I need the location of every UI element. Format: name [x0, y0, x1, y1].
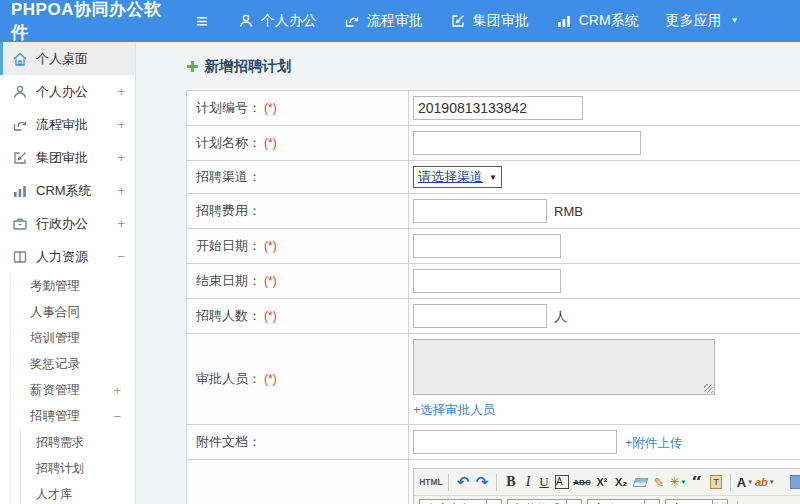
start-date-input[interactable]: [413, 234, 561, 258]
sidebar-item-hr[interactable]: 人力资源 −: [0, 240, 135, 273]
menu-toggle-icon[interactable]: ≡: [196, 11, 208, 31]
highlight-color-button[interactable]: ab▼: [755, 471, 775, 493]
plan-number-input[interactable]: [413, 96, 583, 120]
superscript-button[interactable]: X²: [593, 471, 611, 493]
sidebar-item-group-approval[interactable]: 集团审批 +: [0, 141, 135, 174]
boxed-a-icon: A: [555, 475, 569, 489]
chart-icon: [12, 183, 28, 199]
edit-icon: [12, 150, 28, 166]
paragraph-select-value: 段落格式: [508, 500, 566, 504]
nav-crm-system[interactable]: CRM系统: [556, 12, 639, 30]
table-row: 审批人员：(*) +选择审批人员: [187, 334, 800, 425]
plan-name-input[interactable]: [413, 131, 641, 155]
nav-personal-office[interactable]: 个人办公: [238, 12, 317, 30]
nav-more-apps[interactable]: 更多应用 ▼: [666, 12, 739, 30]
add-icon: ✚: [186, 59, 199, 74]
headcount-input[interactable]: [413, 304, 547, 328]
editor-toolbar-row2: 自定义标题 ▼ 段落格式 ▼ 字体 ▼: [414, 496, 800, 504]
submenu-item-training[interactable]: 培训管理: [11, 325, 135, 351]
end-date-input[interactable]: [413, 269, 561, 293]
sidebar-item-workflow-approval[interactable]: 流程审批 +: [0, 108, 135, 141]
field-label: 招聘渠道：: [196, 169, 261, 184]
submenu-item-attendance[interactable]: 考勤管理: [11, 273, 135, 299]
underline-button[interactable]: U: [536, 471, 552, 493]
expand-toggle[interactable]: +: [117, 183, 125, 198]
sidebar-item-admin-office[interactable]: 行政办公 +: [0, 207, 135, 240]
submenu-item-rewards[interactable]: 奖惩记录: [11, 351, 135, 377]
field-label: 招聘人数：: [196, 308, 261, 323]
nav-workflow-approval[interactable]: 流程审批: [344, 12, 423, 30]
bold-button[interactable]: B: [502, 471, 520, 493]
required-mark: (*): [264, 239, 277, 253]
expand-toggle[interactable]: +: [117, 117, 125, 132]
select-approver-link[interactable]: +选择审批人员: [413, 403, 495, 417]
sidebar-item-label: 行政办公: [36, 215, 117, 233]
expand-toggle[interactable]: +: [117, 150, 125, 165]
expand-toggle[interactable]: −: [113, 409, 121, 424]
nav-label: 个人办公: [261, 12, 317, 30]
submenu-item-contracts[interactable]: 人事合同: [11, 299, 135, 325]
remove-format-button[interactable]: [631, 471, 649, 493]
recruit-plan-form: 计划编号：(*) 计划名称：(*) 招聘渠道：: [186, 90, 800, 504]
quick-format-button[interactable]: ✳▼: [669, 471, 687, 493]
attachment-input[interactable]: [413, 430, 617, 454]
field-label: 附件文档：: [196, 434, 261, 449]
sidebar-item-desktop[interactable]: 个人桌面: [0, 42, 135, 75]
table-row: 招聘人数：(*) 人: [187, 299, 800, 334]
submenu-item-talent-pool[interactable]: 人才库: [21, 481, 135, 504]
channel-select[interactable]: 请选择渠道 ▼: [413, 166, 502, 188]
font-color-button[interactable]: A▼: [736, 471, 754, 493]
nav-label: 更多应用: [666, 12, 722, 30]
submenu-item-salary[interactable]: 薪资管理 +: [11, 377, 135, 403]
clipped-toolbar-button[interactable]: [776, 471, 800, 493]
html-source-button[interactable]: HTML: [419, 471, 443, 493]
expand-toggle[interactable]: −: [117, 249, 125, 264]
main-content: ✚ 新增招聘计划 计划编号：(*) 计划名称：(*): [137, 42, 800, 504]
table-row: 计划编号：(*): [187, 91, 800, 126]
font-size-select[interactable]: 字号 ▼: [665, 499, 728, 504]
submenu-item-recruit-demand[interactable]: 招聘需求: [21, 429, 135, 455]
align-center-button[interactable]: [768, 498, 792, 504]
channel-select-value: 请选择渠道: [418, 168, 483, 186]
submenu-item-recruit-plan[interactable]: 招聘计划: [21, 455, 135, 481]
paragraph-format-select[interactable]: 段落格式 ▼: [507, 499, 582, 504]
caret-down-icon: ▼: [644, 500, 659, 504]
caret-down-icon: ▼: [712, 500, 727, 504]
nav-label: CRM系统: [579, 12, 639, 30]
undo-button[interactable]: ↶: [454, 471, 472, 493]
heading-select[interactable]: 自定义标题 ▼: [419, 499, 502, 504]
paste-text-button[interactable]: T: [707, 471, 725, 493]
redo-button[interactable]: ↷: [473, 471, 491, 493]
expand-toggle[interactable]: +: [117, 84, 125, 99]
sidebar-item-label: 集团审批: [36, 149, 117, 167]
font-family-select[interactable]: 字体 ▼: [587, 499, 660, 504]
approver-textarea[interactable]: [413, 339, 715, 395]
submenu-label: 招聘需求: [36, 434, 84, 451]
submenu-item-recruitment[interactable]: 招聘管理 −: [11, 403, 135, 429]
sidebar-item-crm[interactable]: CRM系统 +: [0, 174, 135, 207]
top-nav: 个人办公 流程审批 集团审批: [238, 12, 739, 30]
strikethrough-button[interactable]: ABC: [572, 471, 592, 493]
subscript-button[interactable]: X₂: [612, 471, 630, 493]
italic-button[interactable]: I: [521, 471, 535, 493]
field-label: 计划编号：: [196, 100, 261, 115]
field-label: 招聘费用：: [196, 203, 261, 218]
expand-toggle[interactable]: +: [113, 383, 121, 398]
rich-text-editor: HTML ↶ ↷ B I U A ABC X² X₂: [413, 468, 800, 504]
format-brush-button[interactable]: ✎: [650, 471, 668, 493]
attachment-upload-link[interactable]: +附件上传: [625, 436, 682, 450]
nav-group-approval[interactable]: 集团审批: [450, 12, 529, 30]
blockquote-button[interactable]: “: [688, 476, 706, 488]
align-left-button[interactable]: [743, 498, 767, 504]
sidebar-item-personal-office[interactable]: 个人办公 +: [0, 75, 135, 108]
fee-input[interactable]: [413, 199, 547, 223]
font-box-button[interactable]: A: [553, 471, 571, 493]
fee-unit: RMB: [554, 204, 583, 219]
home-icon: [12, 51, 28, 67]
sidebar-item-label: 个人办公: [36, 83, 117, 101]
table-row: 招聘费用： RMB: [187, 194, 800, 229]
expand-toggle[interactable]: +: [117, 216, 125, 231]
briefcase-icon: [12, 216, 28, 232]
align-right-button[interactable]: [793, 498, 800, 504]
font-size-select-value: 字号: [666, 500, 712, 504]
